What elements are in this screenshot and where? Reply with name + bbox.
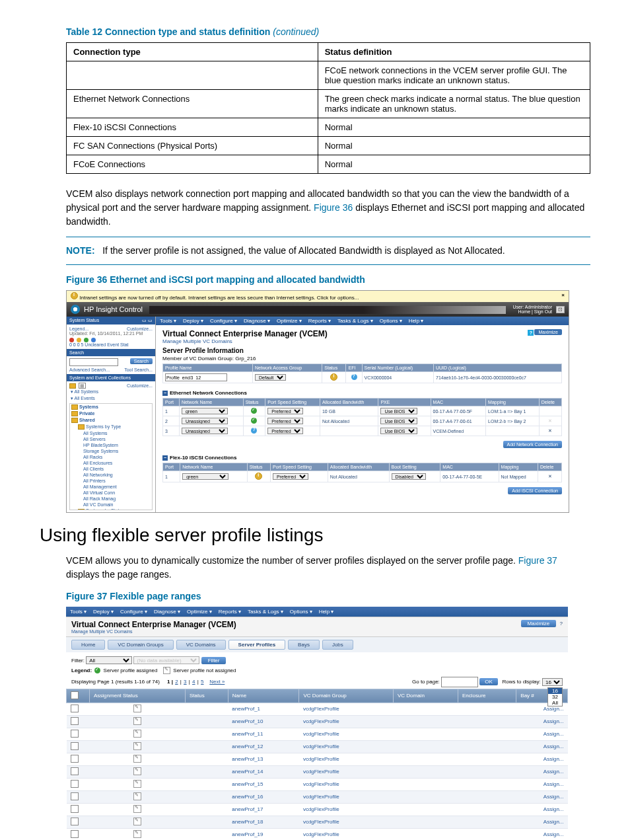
menu-diagnose[interactable]: Diagnose ▾ bbox=[154, 609, 180, 615]
page-link[interactable]: 2 bbox=[175, 679, 178, 685]
row-checkbox[interactable] bbox=[71, 705, 79, 712]
add-iscsi-button[interactable]: Add iSCSI Connection bbox=[508, 487, 562, 494]
search-button[interactable]: Search bbox=[130, 358, 153, 364]
rows-select[interactable]: 16 bbox=[542, 678, 563, 686]
profile-name-link[interactable]: anewProf_10 bbox=[228, 715, 299, 728]
menu-deploy[interactable]: Deploy ▾ bbox=[183, 318, 203, 324]
tree-by-type[interactable]: Systems by Type bbox=[71, 424, 152, 430]
assign-link[interactable]: Assign... bbox=[516, 828, 568, 840]
th[interactable]: Assignment Status bbox=[90, 689, 186, 703]
tree-all-systems[interactable]: ▾ All Systems bbox=[69, 389, 153, 395]
profile-name-link[interactable]: anewProf_12 bbox=[228, 740, 299, 753]
tab-vc-domains[interactable]: VC Domains bbox=[176, 640, 226, 650]
assign-link[interactable]: Assign... bbox=[516, 740, 568, 753]
profile-name-link[interactable]: anewProf_15 bbox=[228, 778, 299, 790]
goto-page-input[interactable] bbox=[441, 677, 478, 687]
link-figure37[interactable]: Figure 37 bbox=[518, 555, 557, 566]
assign-link[interactable]: Assign... bbox=[516, 765, 568, 778]
rows-option[interactable]: All bbox=[548, 700, 562, 706]
pxe-select[interactable]: Use BIOS bbox=[380, 428, 417, 434]
assign-link[interactable]: Assign... bbox=[516, 753, 568, 765]
th[interactable]: Status bbox=[185, 689, 228, 703]
legend-link[interactable]: Legend... bbox=[69, 326, 88, 331]
th[interactable]: VC Domain bbox=[393, 689, 458, 703]
search-input[interactable] bbox=[69, 358, 118, 366]
profile-name-link[interactable]: anewProf_1 bbox=[228, 703, 299, 715]
tree-systems[interactable]: Systems bbox=[71, 404, 152, 410]
home-signout-links[interactable]: Home | Sign Out bbox=[512, 309, 552, 314]
speed-select[interactable]: Preferred bbox=[267, 428, 303, 434]
assign-link[interactable]: Assign... bbox=[516, 728, 568, 740]
boot-select[interactable]: Disabled bbox=[392, 473, 426, 480]
menu-configure[interactable]: Configure ▾ bbox=[120, 609, 147, 615]
net-select[interactable]: Unassigned bbox=[182, 428, 228, 434]
link-figure36[interactable]: Figure 36 bbox=[314, 202, 353, 213]
tab-bays[interactable]: Bays bbox=[288, 640, 320, 650]
tab-server-profiles[interactable]: Server Profiles bbox=[228, 640, 285, 650]
tree-by-status[interactable]: Systems by Status bbox=[71, 508, 152, 510]
tab-jobs[interactable]: Jobs bbox=[322, 640, 353, 650]
rows-option[interactable]: 16 bbox=[548, 688, 562, 694]
menu-help[interactable]: Help ▾ bbox=[409, 318, 424, 324]
speed-select[interactable]: Preferred bbox=[267, 408, 303, 414]
menu-configure[interactable]: Configure ▾ bbox=[210, 318, 237, 324]
menu-optimize[interactable]: Optimize ▾ bbox=[187, 609, 212, 615]
menu-tasks[interactable]: Tasks & Logs ▾ bbox=[337, 318, 373, 324]
tab-vc-domain-groups[interactable]: VC Domain Groups bbox=[108, 640, 173, 650]
rows-option[interactable]: 32 bbox=[548, 694, 562, 700]
tree-item[interactable]: All Racks bbox=[71, 454, 152, 460]
profile-name-link[interactable]: anewProf_18 bbox=[228, 816, 299, 828]
menu-tools[interactable]: Tools ▾ bbox=[160, 318, 176, 324]
assign-link[interactable]: Assign... bbox=[516, 816, 568, 828]
menu-deploy[interactable]: Deploy ▾ bbox=[93, 609, 114, 615]
row-checkbox[interactable] bbox=[71, 767, 79, 775]
menu-help[interactable]: Help ▾ bbox=[319, 609, 334, 615]
subtitle-link[interactable]: Manage Multiple VC Domains bbox=[71, 629, 236, 634]
th[interactable]: VC Domain Group bbox=[299, 689, 394, 703]
profile-name-link[interactable]: anewProf_17 bbox=[228, 803, 299, 816]
row-checkbox[interactable] bbox=[71, 830, 79, 838]
group-link[interactable]: vcdgFlexProfile bbox=[299, 703, 394, 715]
group-link[interactable]: vcdgFlexProfile bbox=[299, 778, 394, 790]
row-checkbox[interactable] bbox=[71, 717, 79, 725]
menu-tasks[interactable]: Tasks & Logs ▾ bbox=[248, 609, 283, 615]
add-network-button[interactable]: Add Network Connection bbox=[503, 441, 562, 448]
menu-tools[interactable]: Tools ▾ bbox=[70, 609, 87, 615]
tree-item[interactable]: All Systems bbox=[71, 430, 152, 436]
speed-select[interactable]: Preferred bbox=[273, 473, 308, 480]
th[interactable]: Name bbox=[228, 689, 299, 703]
pxe-select[interactable]: Use BIOS bbox=[380, 408, 417, 414]
delete-icon[interactable] bbox=[538, 471, 562, 482]
maximize-button[interactable]: Maximize bbox=[534, 329, 562, 335]
page-next[interactable]: Next » bbox=[209, 679, 225, 685]
row-checkbox[interactable] bbox=[71, 818, 79, 825]
page-link[interactable]: 4 bbox=[192, 679, 195, 685]
tree-item[interactable]: HP BladeSystem bbox=[71, 442, 152, 448]
menu-diagnose[interactable]: Diagnose ▾ bbox=[244, 318, 270, 324]
group-link[interactable]: vcdgFlexProfile bbox=[299, 715, 394, 728]
layout-icon[interactable]: ▦ bbox=[79, 383, 86, 389]
filter-button[interactable]: Filter bbox=[201, 657, 227, 664]
tree-item[interactable]: All Enclosures bbox=[71, 460, 152, 466]
profile-name-link[interactable]: anewProf_19 bbox=[228, 828, 299, 840]
help-icon[interactable]: ? bbox=[560, 621, 563, 627]
tree-item[interactable]: All Networking bbox=[71, 472, 152, 478]
menu-reports[interactable]: Reports ▾ bbox=[219, 609, 241, 615]
net-select[interactable]: green bbox=[182, 473, 228, 480]
tree-item[interactable]: All Printers bbox=[71, 478, 152, 484]
profile-name-link[interactable]: anewProf_13 bbox=[228, 753, 299, 765]
profile-name-link[interactable]: anewProf_16 bbox=[228, 790, 299, 803]
tree-item[interactable]: All VC Domain bbox=[71, 502, 152, 508]
assign-link[interactable]: Assign... bbox=[516, 790, 568, 803]
menu-reports[interactable]: Reports ▾ bbox=[308, 318, 331, 324]
pxe-select[interactable]: Use BIOS bbox=[380, 418, 417, 424]
group-link[interactable]: vcdgFlexProfile bbox=[299, 803, 394, 816]
row-checkbox[interactable] bbox=[71, 805, 79, 813]
tree-item[interactable]: All Servers bbox=[71, 436, 152, 442]
nag-select[interactable]: Default bbox=[255, 374, 286, 381]
group-link[interactable]: vcdgFlexProfile bbox=[299, 816, 394, 828]
collapse-icon[interactable] bbox=[162, 391, 168, 396]
tree-item[interactable]: All Management bbox=[71, 484, 152, 490]
assign-link[interactable]: Assign... bbox=[516, 715, 568, 728]
group-link[interactable]: vcdgFlexProfile bbox=[299, 828, 394, 840]
